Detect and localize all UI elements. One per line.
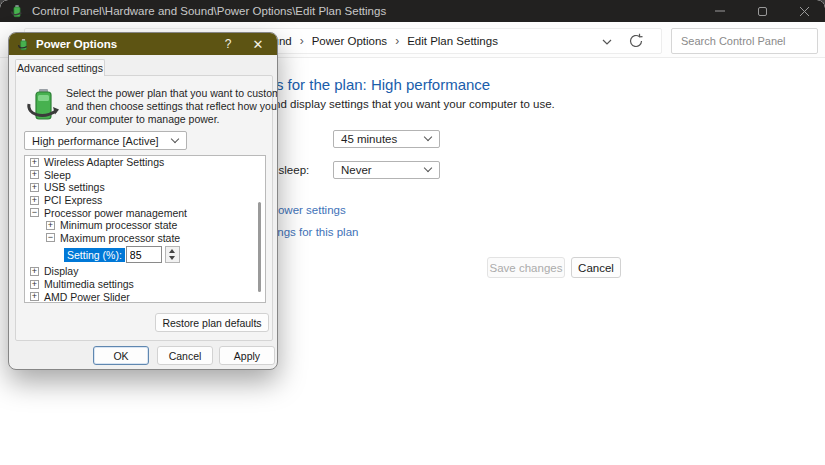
tree-item-maximum-processor-state[interactable]: − Maximum processor state <box>25 232 265 245</box>
collapse-toggle-icon[interactable]: − <box>46 233 55 242</box>
tree-item-label: Sleep <box>44 169 71 181</box>
collapse-toggle-icon[interactable]: − <box>30 208 39 217</box>
sleep-timeout-select[interactable]: Never <box>333 161 440 179</box>
setting-label: Setting (%): <box>64 248 125 262</box>
expand-toggle-icon[interactable]: + <box>30 196 39 205</box>
dialog-cancel-button[interactable]: Cancel <box>157 346 213 365</box>
search-box <box>671 28 818 54</box>
tree-item-pci-express[interactable]: + PCI Express <box>25 194 265 207</box>
tab-advanced-settings[interactable]: Advanced settings <box>15 59 105 76</box>
spin-down-icon[interactable] <box>169 256 175 260</box>
tree-item-label: Processor power management <box>44 207 187 219</box>
tree-item-amd-power-slider[interactable]: + AMD Power Slider <box>25 290 265 303</box>
expand-toggle-icon[interactable]: + <box>30 170 39 179</box>
tree-item-label: USB settings <box>44 181 105 193</box>
spin-up-icon[interactable] <box>169 249 175 253</box>
dialog-title: Power Options <box>36 38 213 50</box>
window-title: Control Panel\Hardware and Sound\Power O… <box>32 5 386 17</box>
sleep-timeout-value: Never <box>341 164 372 176</box>
ok-button[interactable]: OK <box>93 346 149 365</box>
save-changes-button[interactable]: Save changes <box>487 257 565 278</box>
tree-item-minimum-processor-state[interactable]: + Minimum processor state <box>25 219 265 232</box>
chevron-down-icon <box>424 164 432 172</box>
dialog-description-line: Select the power plan that you want to c… <box>66 87 278 100</box>
tree-item-display[interactable]: + Display <box>25 265 265 278</box>
setting-percent-input[interactable] <box>126 246 162 263</box>
dialog-close-button[interactable]: ✕ <box>243 33 273 55</box>
dialog-titlebar: Power Options ? ✕ <box>9 33 277 55</box>
chevron-down-icon <box>171 134 179 142</box>
search-input[interactable] <box>672 35 823 47</box>
tree-item-setting-editor: Setting (%): <box>25 244 265 265</box>
window-titlebar: Control Panel\Hardware and Sound\Power O… <box>0 0 825 22</box>
apply-button[interactable]: Apply <box>219 346 275 365</box>
tree-scrollbar-thumb[interactable] <box>258 202 261 292</box>
restore-plan-defaults-button[interactable]: Restore plan defaults <box>155 313 269 332</box>
power-plan-value: High performance [Active] <box>32 135 159 147</box>
power-plan-icon <box>26 87 60 123</box>
breadcrumb-separator: › <box>389 34 405 48</box>
display-timeout-value: 45 minutes <box>341 133 397 145</box>
expand-toggle-icon[interactable]: + <box>30 183 39 192</box>
chevron-down-icon <box>424 133 432 141</box>
power-options-icon <box>10 4 24 18</box>
minimize-button[interactable] <box>699 0 741 22</box>
expand-toggle-icon[interactable]: + <box>30 267 39 276</box>
advanced-settings-page: Select the power plan that you want to c… <box>15 75 273 341</box>
breadcrumb-power-options[interactable]: Power Options <box>310 35 389 47</box>
power-options-dialog: Power Options ? ✕ Advanced settings Sele… <box>8 32 278 370</box>
breadcrumb-separator: › <box>294 34 310 48</box>
tree-item-label: AMD Power Slider <box>44 291 130 303</box>
breadcrumb-edit-plan-settings[interactable]: Edit Plan Settings <box>405 35 500 47</box>
dialog-description-line: your computer to manage power. <box>66 113 220 126</box>
close-button[interactable] <box>783 0 825 22</box>
power-plan-select[interactable]: High performance [Active] <box>24 131 187 150</box>
display-timeout-select[interactable]: 45 minutes <box>333 130 440 148</box>
cancel-button[interactable]: Cancel <box>571 257 621 278</box>
expand-toggle-icon[interactable]: + <box>30 280 39 289</box>
tree-item-label: Display <box>44 265 78 277</box>
control-panel-window: Control Panel\Hardware and Sound\Power O… <box>0 0 825 465</box>
tree-item-label: Wireless Adapter Settings <box>44 156 164 168</box>
tree-item-multimedia-settings[interactable]: + Multimedia settings <box>25 278 265 291</box>
power-options-icon <box>17 38 30 51</box>
setting-spinner[interactable] <box>165 246 180 263</box>
window-controls <box>699 0 825 22</box>
refresh-icon[interactable] <box>627 32 645 50</box>
tree-item-label: Maximum processor state <box>60 232 180 244</box>
tree-item-label: Minimum processor state <box>60 219 177 231</box>
advanced-settings-tree: + Wireless Adapter Settings + Sleep + US… <box>24 155 266 303</box>
chevron-down-icon[interactable] <box>599 34 615 50</box>
tree-item-processor-power-management[interactable]: − Processor power management <box>25 206 265 219</box>
tree-item-label: PCI Express <box>44 194 102 206</box>
tree-item-label: Multimedia settings <box>44 278 134 290</box>
maximize-button[interactable] <box>741 0 783 22</box>
help-button[interactable]: ? <box>213 33 243 55</box>
tree-item-sleep[interactable]: + Sleep <box>25 169 265 182</box>
tree-item-wireless-adapter[interactable]: + Wireless Adapter Settings <box>25 156 265 169</box>
dialog-description-line: and then choose settings that reflect ho… <box>66 100 278 113</box>
expand-toggle-icon[interactable]: + <box>46 221 55 230</box>
expand-toggle-icon[interactable]: + <box>30 292 39 301</box>
tree-item-usb-settings[interactable]: + USB settings <box>25 181 265 194</box>
expand-toggle-icon[interactable]: + <box>30 158 39 167</box>
